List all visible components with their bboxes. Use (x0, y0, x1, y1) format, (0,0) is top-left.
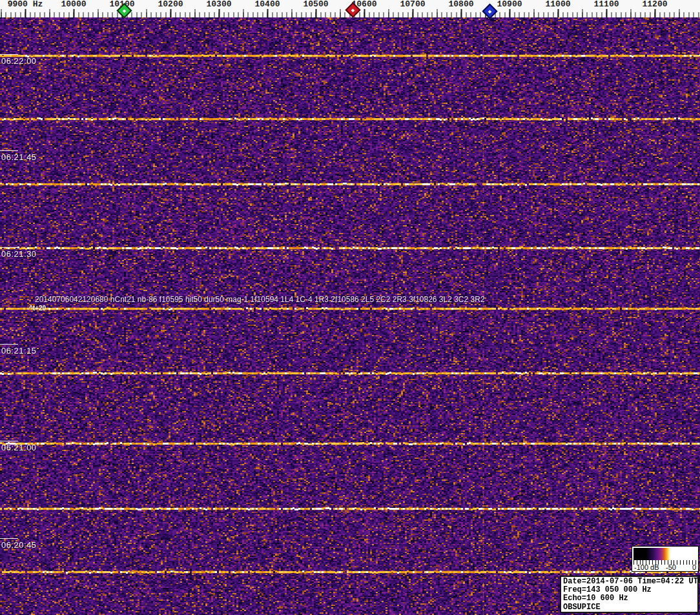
freq-label-11100: 11100 (592, 0, 620, 9)
freq-label-11200: 11200 (641, 0, 668, 9)
freq-label-11000: 11000 (544, 0, 571, 9)
info-echo: Echo=10 600 Hz (563, 594, 695, 603)
time-label-062145: 06:21:45 (1, 152, 37, 162)
info-station: OBSUPICE (563, 603, 695, 612)
time-label-062115: 06:21:15 (1, 346, 37, 356)
freq-label-10500: 10500 (302, 0, 329, 9)
meteor-event-annotation: 20140706042120680 hCnt21 nb-86 f10595 hi… (35, 295, 485, 304)
time-tick (0, 247, 18, 248)
time-label-062100: 06:21:00 (1, 443, 37, 452)
time-label-062200: 06:22:00 (1, 56, 37, 66)
legend-label-max: 0 (692, 563, 696, 571)
time-label-062130: 06:21:30 (1, 249, 37, 259)
freq-label-10200: 10200 (156, 0, 184, 9)
spectrogram-waterfall (0, 17, 700, 615)
freq-label-10900: 10900 (495, 0, 523, 9)
time-tick (0, 54, 18, 55)
time-tick (0, 344, 18, 345)
legend-label-min: -100 dB (634, 563, 659, 571)
freq-label-9900: 9900 Hz (6, 0, 45, 9)
db-color-scale-legend: -100 dB -50 0 (632, 546, 699, 572)
legend-label-mid: -50 (666, 563, 676, 571)
freq-label-10300: 10300 (205, 0, 232, 9)
colormap-gradient-bar (633, 548, 697, 560)
time-label-062045: 06:20:45 (1, 540, 37, 550)
freq-label-10000: 10000 (59, 0, 87, 9)
freq-label-10400: 10400 (253, 0, 281, 9)
freq-label-10800: 10800 (447, 0, 475, 9)
time-tick (0, 150, 18, 151)
freq-label-10700: 10700 (398, 0, 426, 9)
time-tick (0, 538, 18, 539)
observation-info-box: Date=2014-07-06 Time=04:22 UTC Freq=143 … (560, 576, 699, 613)
spectrum-lab-window: 9900 Hz 10000 10100 10200 10300 10400 10… (0, 0, 700, 615)
time-tick (0, 441, 18, 441)
time-offset-label: ^t+20 (29, 305, 46, 312)
